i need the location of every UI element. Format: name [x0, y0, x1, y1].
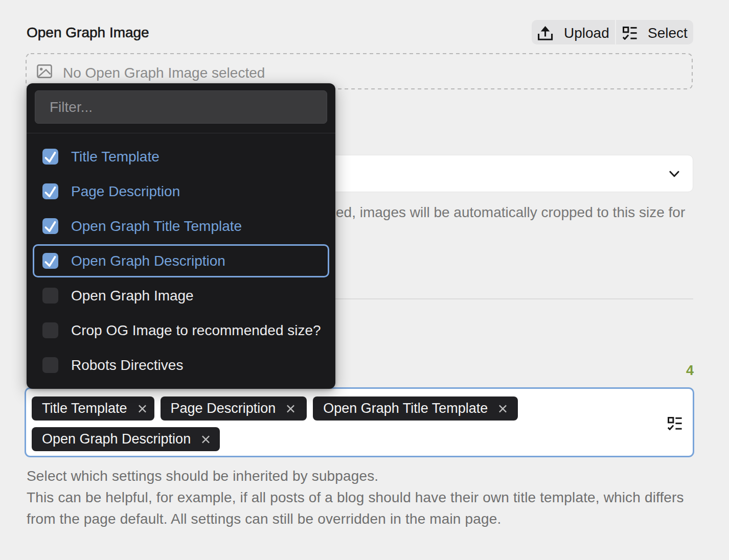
tag-pill: Title Template [32, 396, 154, 421]
dropdown-option-label: Robots Directives [71, 357, 183, 374]
upload-icon [537, 26, 553, 40]
dropdown-option[interactable]: Crop OG Image to recommended size? [33, 314, 329, 347]
checkbox-checked-icon[interactable] [42, 183, 58, 199]
list-todo-icon[interactable] [668, 417, 682, 430]
seo-settings-page: Open Graph Image Upload Select [0, 0, 729, 560]
remove-tag-icon[interactable] [139, 405, 146, 413]
select-button[interactable]: Select [616, 20, 693, 44]
dropdown-option-label: Open Graph Image [71, 288, 194, 304]
dropdown-option[interactable]: Open Graph Image [33, 279, 329, 312]
dropdown-option[interactable]: Page Description [33, 175, 329, 208]
tag-pill-label: Page Description [171, 401, 276, 416]
checkbox-checked-icon[interactable] [42, 218, 58, 234]
tag-pill-label: Open Graph Description [42, 431, 191, 447]
dropdown-option-label: Title Template [71, 149, 160, 165]
image-icon [37, 64, 52, 78]
dropdown-option-label: Open Graph Description [71, 253, 225, 269]
chevron-down-icon [669, 171, 679, 178]
list-todo-icon [623, 27, 637, 40]
dropdown-option-label: Open Graph Title Template [71, 218, 242, 235]
tag-pill-label: Title Template [42, 401, 127, 416]
panel-divider [27, 133, 335, 133]
og-image-actions: Upload Select [532, 20, 693, 44]
select-button-label: Select [648, 25, 688, 41]
og-image-field-label: Open Graph Image [27, 25, 149, 41]
help-line: from the page default. All settings can … [27, 508, 684, 530]
dropdown-option-label: Crop OG Image to recommended size? [71, 322, 321, 339]
checkbox-unchecked-icon[interactable] [42, 322, 58, 338]
dropdown-option-label: Page Description [71, 183, 180, 200]
filter-input[interactable] [35, 90, 327, 124]
inherited-settings-field[interactable]: Title TemplatePage DescriptionOpen Graph… [25, 387, 694, 457]
settings-dropdown-panel: Title TemplatePage DescriptionOpen Graph… [27, 83, 335, 389]
dropdown-option[interactable]: Robots Directives [33, 348, 329, 382]
inherit-help-text: Select which settings should be inherite… [27, 465, 684, 530]
checkbox-checked-icon[interactable] [42, 149, 58, 165]
upload-button[interactable]: Upload [532, 20, 615, 44]
selected-count-badge: 4 [635, 363, 694, 379]
tag-pill-label: Open Graph Title Template [323, 401, 488, 416]
checkbox-checked-icon[interactable] [42, 253, 58, 269]
help-line: Select which settings should be inherite… [27, 465, 684, 487]
help-line: This can be helpful, for example, if all… [27, 487, 684, 508]
tags-list: Title TemplatePage DescriptionOpen Graph… [32, 396, 660, 451]
upload-button-label: Upload [564, 25, 609, 41]
tag-pill: Open Graph Title Template [313, 396, 518, 421]
tag-pill: Page Description [161, 396, 307, 421]
dropdown-option[interactable]: Open Graph Description [33, 244, 329, 277]
checkbox-unchecked-icon[interactable] [42, 357, 58, 373]
tag-pill: Open Graph Description [32, 427, 220, 451]
remove-tag-icon[interactable] [499, 405, 507, 413]
dropdown-option[interactable]: Title Template [33, 140, 329, 173]
dropdown-option[interactable]: Open Graph Title Template [33, 209, 329, 243]
remove-tag-icon[interactable] [202, 435, 210, 444]
checkbox-unchecked-icon[interactable] [42, 288, 58, 304]
remove-tag-icon[interactable] [287, 405, 294, 413]
crop-hint-text: ed, images will be automatically cropped… [336, 204, 685, 221]
